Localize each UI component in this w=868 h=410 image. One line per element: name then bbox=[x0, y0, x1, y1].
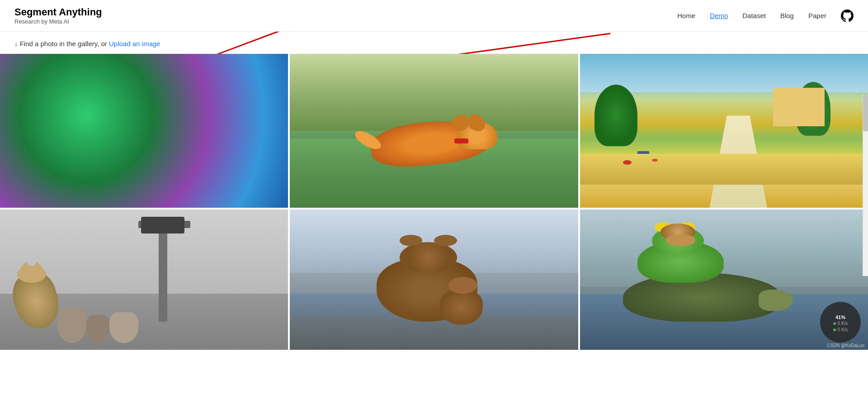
nav-paper[interactable]: Paper bbox=[808, 12, 826, 19]
image-grid: 41% 0 K/s 0 K/s CSDN @KoDaLuo bbox=[0, 54, 868, 350]
upload-link[interactable]: Upload an image bbox=[109, 40, 160, 48]
speed-up-icon bbox=[833, 322, 836, 325]
watermark: CSDN @KoDaLuo bbox=[827, 343, 864, 348]
speed-down-row: 0 K/s bbox=[833, 327, 848, 333]
nav-blog[interactable]: Blog bbox=[780, 12, 794, 19]
speed-percent: 41% bbox=[835, 311, 845, 320]
site-subtitle: Research by Meta AI bbox=[14, 18, 102, 25]
gallery-item-frog[interactable]: 41% 0 K/s 0 K/s CSDN @KoDaLuo bbox=[580, 210, 868, 350]
speed-down-icon bbox=[833, 329, 836, 331]
content-area: ↓ Find a photo in the gallery, or Upload… bbox=[0, 32, 868, 350]
speed-widget: 41% 0 K/s 0 K/s bbox=[820, 302, 861, 343]
gallery-item-cats[interactable] bbox=[0, 210, 288, 350]
header: Segment Anything Research by Meta AI Hom… bbox=[0, 0, 868, 32]
gallery-item-painting[interactable] bbox=[580, 54, 868, 208]
scrollbar[interactable] bbox=[863, 95, 868, 276]
main-nav: Home Demo Dataset Blog Paper bbox=[677, 10, 854, 22]
speed-up-value: 0 K/s bbox=[838, 320, 848, 327]
nav-demo[interactable]: Demo bbox=[710, 12, 728, 19]
speed-down-value: 0 K/s bbox=[838, 327, 848, 333]
gallery-item-cells[interactable] bbox=[0, 54, 288, 208]
speed-up-row: 0 K/s bbox=[833, 320, 848, 327]
scroll-thumb[interactable] bbox=[863, 95, 868, 131]
nav-home[interactable]: Home bbox=[677, 12, 695, 19]
intro-text: ↓ Find a photo in the gallery, or bbox=[14, 40, 109, 48]
nav-dataset[interactable]: Dataset bbox=[742, 12, 766, 19]
logo: Segment Anything Research by Meta AI bbox=[14, 6, 102, 25]
site-title: Segment Anything bbox=[14, 6, 102, 18]
gallery-item-bear[interactable] bbox=[290, 210, 578, 350]
github-icon[interactable] bbox=[841, 10, 854, 22]
gallery-item-dog[interactable] bbox=[290, 54, 578, 208]
gallery-intro: ↓ Find a photo in the gallery, or Upload… bbox=[0, 32, 868, 54]
